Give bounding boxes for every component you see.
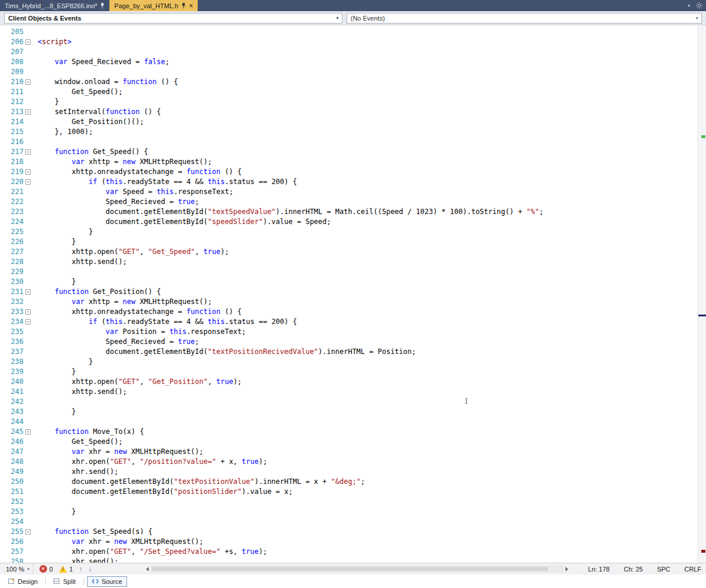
code-line[interactable]: 228 xhttp.send(); xyxy=(0,257,706,267)
fold-minus-icon[interactable]: - xyxy=(25,319,31,325)
code-line[interactable]: 239 } xyxy=(0,367,706,377)
zoom-selector[interactable]: 100 % ▾ xyxy=(2,563,34,574)
code-line[interactable]: 219- xhttp.onreadystatechange = function… xyxy=(0,167,706,177)
code-line[interactable]: 250 document.getElementById("textPositio… xyxy=(0,477,706,487)
code-line[interactable]: 211 Get_Speed(); xyxy=(0,87,706,97)
code-line[interactable]: 233- xhttp.onreadystatechange = function… xyxy=(0,307,706,317)
fold-collapse-control[interactable]: - xyxy=(24,37,33,47)
navigate-up-icon[interactable]: ↑ xyxy=(79,566,82,573)
code-line[interactable]: 209 xyxy=(0,67,706,77)
code-line[interactable]: 212 } xyxy=(0,97,706,107)
code-line[interactable]: 254 xyxy=(0,517,706,527)
code-line[interactable]: 257 xhr.open("GET", "/Set_Speed?value=" … xyxy=(0,547,706,557)
code-line[interactable]: 215 }, 1000); xyxy=(0,127,706,137)
code-line[interactable]: 237 document.getElementById("textPositio… xyxy=(0,347,706,357)
horizontal-scrollbar-thumb[interactable] xyxy=(152,567,548,571)
code-line[interactable]: 253 } xyxy=(0,507,706,517)
fold-collapse-control[interactable]: - xyxy=(24,177,33,187)
fold-collapse-control[interactable]: - xyxy=(24,107,33,117)
split-view-button[interactable]: Split xyxy=(49,576,80,587)
types-dropdown[interactable]: Client Objects & Events ▾ xyxy=(4,13,342,24)
code-line[interactable]: 214 Get_Position()(); xyxy=(0,117,706,127)
pin-icon[interactable] xyxy=(100,2,105,9)
code-line[interactable]: 244 xyxy=(0,417,706,427)
code-line[interactable]: 227 xhttp.open("GET", "Get_Speed", true)… xyxy=(0,247,706,257)
code-line[interactable]: 224 document.getElementById("speedSlider… xyxy=(0,217,706,227)
tab-ino-file[interactable]: Tims_Hybrid_...8_ESP8266.ino* xyxy=(0,0,109,11)
navigate-down-icon[interactable]: ↓ xyxy=(88,566,92,573)
code-line[interactable]: 258 xhr.send(); xyxy=(0,557,706,563)
horizontal-scrollbar[interactable] xyxy=(151,566,563,572)
code-line[interactable]: 231- function Get_Position() { xyxy=(0,287,706,297)
fold-minus-icon[interactable]: - xyxy=(25,169,31,175)
close-icon[interactable]: × xyxy=(189,2,193,9)
fold-collapse-control[interactable]: - xyxy=(24,287,33,297)
code-line[interactable]: 249 xhr.send(); xyxy=(0,467,706,477)
code-line[interactable]: 223 document.getElementById("textSpeedVa… xyxy=(0,207,706,217)
fold-collapse-control[interactable]: - xyxy=(24,427,33,437)
events-dropdown[interactable]: (No Events) ▾ xyxy=(347,13,702,24)
code-line[interactable]: 234- if (this.readyState == 4 && this.st… xyxy=(0,317,706,327)
code-line[interactable]: 205 xyxy=(0,27,706,37)
fold-minus-icon[interactable]: - xyxy=(25,79,31,85)
fold-collapse-control[interactable]: - xyxy=(24,317,33,327)
code-line[interactable]: 256 var xhr = new XMLHttpRequest(); xyxy=(0,537,706,547)
code-line[interactable]: 218 var xhttp = new XMLHttpRequest(); xyxy=(0,157,706,167)
design-view-button[interactable]: Design xyxy=(4,576,42,587)
code-line[interactable]: 255- function Set_Speed(s) { xyxy=(0,527,706,537)
scroll-left-arrow-icon[interactable] xyxy=(146,567,149,572)
code-line[interactable]: 240 xhttp.open("GET", "Get_Position", tr… xyxy=(0,377,706,387)
warning-counter[interactable]: 1 xyxy=(59,566,73,573)
error-counter[interactable]: × 0 xyxy=(39,565,53,573)
code-line[interactable]: 210- window.onload = function () { xyxy=(0,77,706,87)
code-line[interactable]: 248 xhr.open("GET", "/position?value=" +… xyxy=(0,457,706,467)
fold-collapse-control[interactable]: - xyxy=(24,307,33,317)
fold-minus-icon[interactable]: - xyxy=(25,309,31,315)
code-line[interactable]: 235 var Position = this.responseText; xyxy=(0,327,706,337)
code-line[interactable]: 242 xyxy=(0,397,706,407)
source-view-button[interactable]: Source xyxy=(87,576,127,587)
code-line[interactable]: 229 xyxy=(0,267,706,277)
fold-collapse-control[interactable]: - xyxy=(24,147,33,157)
code-line[interactable]: 217- function Get_Speed() { xyxy=(0,147,706,157)
tab-html-header-file[interactable]: Page_by_val_HTML.h × xyxy=(109,0,198,11)
code-line[interactable]: 232 var xhttp = new XMLHttpRequest(); xyxy=(0,297,706,307)
code-line[interactable]: 225 } xyxy=(0,227,706,237)
code-line[interactable]: 213- setInterval(function () { xyxy=(0,107,706,117)
fold-minus-icon[interactable]: - xyxy=(25,179,31,185)
code-line[interactable]: 252 xyxy=(0,497,706,507)
fold-collapse-control[interactable]: - xyxy=(24,167,33,177)
code-line[interactable]: 243 } xyxy=(0,407,706,417)
code-line[interactable]: 220- if (this.readyState == 4 && this.st… xyxy=(0,177,706,187)
code-line[interactable]: 245- function Move_To(x) { xyxy=(0,427,706,437)
fold-minus-icon[interactable]: - xyxy=(25,529,31,534)
code-line[interactable]: 221 var Speed = this.responseText; xyxy=(0,187,706,197)
code-line[interactable]: 230 } xyxy=(0,277,706,287)
pin-icon[interactable] xyxy=(181,2,186,9)
fold-collapse-control[interactable]: - xyxy=(24,77,33,87)
code-line[interactable]: 216 xyxy=(0,137,706,147)
code-line[interactable]: 247 var xhr = new XMLHttpRequest(); xyxy=(0,447,706,457)
fold-minus-icon[interactable]: - xyxy=(25,429,31,435)
fold-minus-icon[interactable]: - xyxy=(25,149,31,155)
chevron-down-icon[interactable]: ▾ xyxy=(688,4,690,8)
fold-minus-icon[interactable]: - xyxy=(25,289,31,295)
code-line[interactable]: 241 xhttp.send(); xyxy=(0,387,706,397)
code-line[interactable]: 206-<script> xyxy=(0,37,706,47)
code-line[interactable]: 208 var Speed_Recieved = false; xyxy=(0,57,706,67)
fold-collapse-control[interactable]: - xyxy=(24,527,33,537)
code-line[interactable]: 236 Speed_Recieved = true; xyxy=(0,337,706,347)
code-line[interactable]: 226 } xyxy=(0,237,706,247)
code-line[interactable]: 238 } xyxy=(0,357,706,367)
fold-minus-icon[interactable]: - xyxy=(25,109,31,115)
vertical-scrollbar[interactable] xyxy=(698,25,706,563)
scroll-right-arrow-icon[interactable] xyxy=(565,567,568,572)
code-text: var Speed = this.responseText; xyxy=(33,187,233,197)
code-line[interactable]: 251 document.getElementById("positionSli… xyxy=(0,487,706,497)
code-line[interactable]: 246 Get_Speed(); xyxy=(0,437,706,447)
code-line[interactable]: 207 xyxy=(0,47,706,57)
code-editor[interactable]: 205206-<script>207208 var Speed_Recieved… xyxy=(0,25,706,563)
gear-icon[interactable] xyxy=(696,1,702,11)
fold-minus-icon[interactable]: - xyxy=(25,39,31,45)
code-line[interactable]: 222 Speed_Recieved = true; xyxy=(0,197,706,207)
